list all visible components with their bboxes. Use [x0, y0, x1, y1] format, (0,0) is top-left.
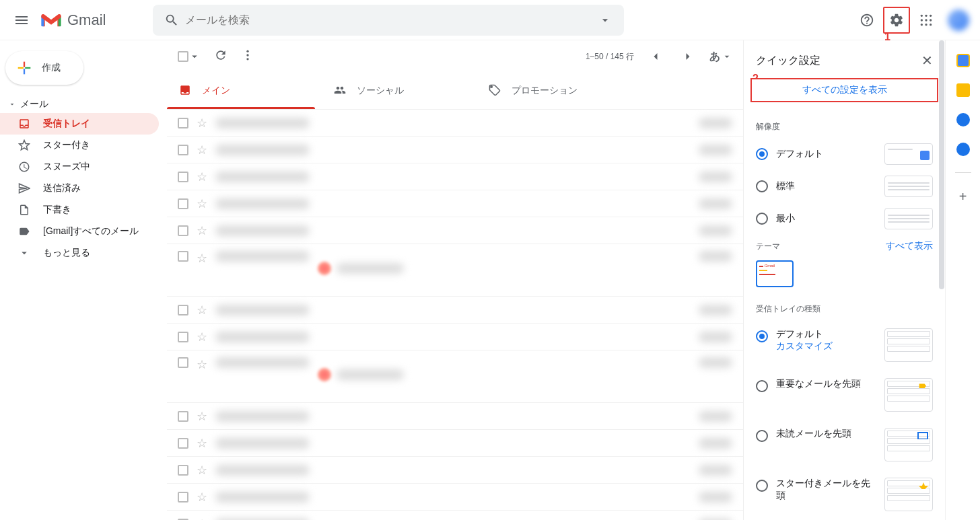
- keep-icon[interactable]: [956, 83, 970, 97]
- email-checkbox[interactable]: [178, 118, 188, 128]
- email-checkbox[interactable]: [178, 251, 188, 262]
- people-icon: [334, 84, 346, 98]
- email-checkbox[interactable]: [178, 172, 188, 182]
- email-row[interactable]: ☆: [167, 484, 743, 511]
- radio-button[interactable]: [756, 180, 768, 192]
- star-icon[interactable]: ☆: [197, 436, 207, 451]
- more-button[interactable]: [241, 48, 254, 65]
- sidebar-item-expand[interactable]: もっと見る: [0, 242, 159, 264]
- radio-button[interactable]: [756, 148, 768, 160]
- email-row[interactable]: ☆: [167, 244, 743, 297]
- gmail-logo[interactable]: Gmail: [40, 11, 106, 29]
- email-checkbox[interactable]: [178, 225, 188, 236]
- mail-section-toggle[interactable]: メール: [0, 96, 167, 113]
- star-icon[interactable]: ☆: [197, 409, 207, 424]
- email-row[interactable]: ☆: [167, 403, 743, 430]
- email-row[interactable]: ☆: [167, 511, 743, 520]
- email-row[interactable]: ☆: [167, 297, 743, 324]
- email-row[interactable]: ☆: [167, 137, 743, 163]
- customize-link[interactable]: カスタマイズ: [776, 340, 876, 352]
- star-icon[interactable]: ☆: [197, 143, 207, 157]
- star-icon[interactable]: ☆: [197, 490, 207, 505]
- star-icon[interactable]: ☆: [197, 330, 207, 344]
- close-quick-settings-button[interactable]: ✕: [921, 52, 933, 69]
- email-date: [699, 438, 732, 449]
- email-sender: [215, 465, 310, 476]
- star-icon[interactable]: ☆: [197, 357, 207, 372]
- star-icon[interactable]: ☆: [197, 463, 207, 478]
- contacts-icon[interactable]: [956, 143, 970, 156]
- star-icon[interactable]: ☆: [197, 517, 207, 521]
- email-row[interactable]: ☆: [167, 457, 743, 484]
- email-row[interactable]: ☆: [167, 324, 743, 350]
- email-date: [699, 411, 732, 422]
- support-icon[interactable]: [853, 7, 880, 34]
- view-all-themes-link[interactable]: すべて表示: [886, 240, 933, 252]
- sidebar-item-clock[interactable]: スヌーズ中: [0, 156, 159, 178]
- density-option[interactable]: 標準: [750, 170, 938, 202]
- search-options-dropdown[interactable]: [592, 7, 619, 34]
- star-icon[interactable]: ☆: [197, 170, 207, 184]
- select-all-checkbox[interactable]: [178, 50, 201, 63]
- email-checkbox[interactable]: [178, 411, 188, 422]
- email-checkbox[interactable]: [178, 332, 188, 342]
- search-bar[interactable]: [153, 5, 624, 36]
- search-icon[interactable]: [158, 7, 185, 34]
- theme-thumbnail[interactable]: ▬ Gmail ▬▬ ▬▬▬▬: [756, 260, 794, 287]
- compose-button[interactable]: 作成: [5, 51, 83, 85]
- star-icon[interactable]: ☆: [197, 251, 207, 266]
- see-all-settings-button[interactable]: すべての設定を表示: [750, 78, 938, 102]
- refresh-button[interactable]: [214, 48, 228, 65]
- star-icon[interactable]: ☆: [197, 303, 207, 318]
- input-tools-button[interactable]: あ: [709, 50, 732, 64]
- tasks-icon[interactable]: [956, 113, 970, 126]
- sidebar-item-inbox[interactable]: 受信トレイ: [0, 113, 159, 135]
- settings-scrollbar[interactable]: [938, 40, 945, 520]
- inbox-type-option[interactable]: スター付きメールを先頭: [750, 470, 938, 519]
- email-row[interactable]: ☆: [167, 110, 743, 137]
- add-addon-button[interactable]: +: [959, 189, 967, 205]
- radio-button[interactable]: [756, 330, 768, 342]
- email-row[interactable]: ☆: [167, 190, 743, 217]
- star-icon[interactable]: ☆: [197, 223, 207, 238]
- settings-icon[interactable]: [883, 7, 910, 34]
- star-icon[interactable]: ☆: [197, 116, 207, 131]
- radio-button[interactable]: [756, 480, 768, 492]
- account-avatar[interactable]: [948, 9, 969, 31]
- radio-button[interactable]: [756, 380, 768, 392]
- email-checkbox[interactable]: [178, 438, 188, 449]
- email-checkbox[interactable]: [178, 198, 188, 209]
- send-icon: [18, 182, 31, 194]
- prev-page-button[interactable]: [645, 46, 666, 67]
- inbox-type-option[interactable]: 未読メールを先頭: [750, 420, 938, 470]
- next-page-button[interactable]: [677, 46, 699, 67]
- email-row[interactable]: ☆: [167, 430, 743, 457]
- email-row[interactable]: ☆: [167, 217, 743, 244]
- tab-inbox[interactable]: メイン: [167, 73, 322, 109]
- sidebar-item-send[interactable]: 送信済み: [0, 178, 159, 199]
- search-input[interactable]: [185, 14, 592, 26]
- tab-people[interactable]: ソーシャル: [322, 73, 477, 109]
- density-option[interactable]: デフォルト: [750, 138, 938, 170]
- email-row[interactable]: ☆: [167, 350, 743, 403]
- sidebar-item-label[interactable]: [Gmail]すべてのメール: [0, 221, 159, 242]
- email-row[interactable]: ☆: [167, 163, 743, 190]
- sidebar-item-file[interactable]: 下書き: [0, 199, 159, 221]
- inbox-type-option[interactable]: 重要なメールを先頭: [750, 370, 938, 420]
- inbox-type-option[interactable]: デフォルトカスタマイズ: [750, 320, 938, 370]
- density-option[interactable]: 最小: [750, 202, 938, 235]
- calendar-icon[interactable]: [956, 54, 970, 67]
- sidebar-item-star[interactable]: スター付き: [0, 135, 159, 156]
- email-checkbox[interactable]: [178, 145, 188, 155]
- email-checkbox[interactable]: [178, 465, 188, 476]
- apps-icon[interactable]: [913, 7, 940, 34]
- email-checkbox[interactable]: [178, 492, 188, 503]
- tab-tag[interactable]: プロモーション: [477, 73, 631, 109]
- star-icon[interactable]: ☆: [197, 196, 207, 211]
- email-checkbox[interactable]: [178, 305, 188, 315]
- radio-button[interactable]: [756, 213, 768, 225]
- email-checkbox[interactable]: [178, 357, 188, 368]
- svg-point-5: [921, 19, 923, 21]
- radio-button[interactable]: [756, 430, 768, 442]
- main-menu-button[interactable]: [5, 4, 38, 36]
